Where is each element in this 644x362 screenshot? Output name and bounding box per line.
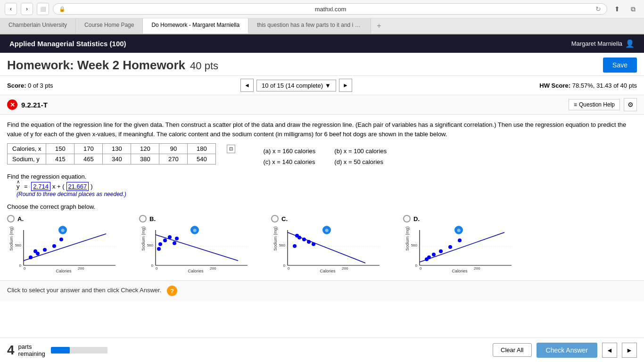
app-header: Applied Managerial Statistics (100) Marg… <box>0 34 644 53</box>
svg-point-34 <box>157 247 161 251</box>
side-label-c: (c) x = 140 calories <box>263 158 315 165</box>
gear-icon: ⚙ <box>627 101 634 108</box>
choose-text: Choose the correct graph below. <box>7 203 637 210</box>
graph-c-box: ⊕ Sodium (mg) Calories 0 560 0 200 <box>271 225 394 275</box>
incorrect-icon: ✕ <box>7 99 17 110</box>
prev-question-button[interactable]: ◄ <box>240 79 254 92</box>
score-label: Score: <box>7 82 26 89</box>
browser-chrome: ‹ › ⬜ 🔒 mathxl.com ↻ ⬆ ⧉ Chamberlain Uni… <box>0 0 644 34</box>
question-text: Find the equation of the regression line… <box>7 120 637 139</box>
svg-text:200: 200 <box>474 266 480 271</box>
graph-d-box: ⊕ Sodium (mg) Calories 0 560 0 200 <box>403 225 526 275</box>
save-button[interactable]: Save <box>603 58 637 73</box>
graph-c-svg: ⊕ Sodium (mg) Calories 0 560 0 200 <box>271 225 394 275</box>
table-cell: 340 <box>103 154 131 165</box>
svg-point-17 <box>59 238 63 241</box>
tab-chamberlain[interactable]: Chamberlain University <box>0 18 76 33</box>
round-note: (Round to three decimal places as needed… <box>17 191 637 197</box>
table-cell: 270 <box>159 154 188 165</box>
svg-point-31 <box>168 235 172 239</box>
question-tools: ≡ Question Help ⚙ <box>569 98 637 111</box>
graphs-row: A. ⊕ Sodium (mg) Calories <box>7 215 637 275</box>
svg-text:⊕: ⊕ <box>61 228 65 233</box>
radio-a[interactable] <box>7 215 15 222</box>
graph-radio-a[interactable]: A. <box>7 215 24 222</box>
back-button[interactable]: ‹ <box>5 3 17 15</box>
homework-header: Homework: Week 2 Homework 40 pts Save <box>0 53 644 76</box>
graph-b-svg: ⊕ Sodium (mg) Calories 0 560 0 200 <box>139 225 262 275</box>
graph-radio-b[interactable]: B. <box>139 215 156 222</box>
graph-b-box: ⊕ Sodium (mg) Calories 0 560 0 200 <box>139 225 262 275</box>
svg-text:0: 0 <box>19 263 22 268</box>
table-cell: 90 <box>159 144 188 154</box>
question-help-button[interactable]: ≡ Question Help <box>569 99 620 110</box>
svg-line-65 <box>420 232 504 262</box>
svg-point-13 <box>52 244 56 248</box>
svg-text:Sodium (mg): Sodium (mg) <box>405 226 410 251</box>
svg-text:Calories: Calories <box>188 269 204 273</box>
svg-text:0: 0 <box>283 263 286 268</box>
app-title: Applied Managerial Statistics (100) <box>9 40 126 48</box>
graph-a-box: ⊕ Sodium (mg) Calories 0 560 0 200 <box>7 225 130 275</box>
tab-do-homework[interactable]: Do Homework - Margaret Marniella <box>143 18 248 33</box>
new-tab-button[interactable]: + <box>371 18 387 33</box>
forward-button[interactable]: › <box>21 3 33 15</box>
svg-text:⊕: ⊕ <box>325 228 329 233</box>
tab-course-home[interactable]: Course Home Page <box>76 18 143 33</box>
user-icon: 👤 <box>625 39 635 48</box>
table-expand-button[interactable]: ⊡ <box>227 145 235 153</box>
question-header: ✕ 9.2.21-T ≡ Question Help ⚙ <box>0 95 644 115</box>
graph-label-b: B. <box>149 215 156 222</box>
address-text: mathxl.com <box>68 6 593 13</box>
svg-point-15 <box>33 249 37 253</box>
radio-b[interactable] <box>139 215 147 222</box>
reader-view-button[interactable]: ⬜ <box>37 3 49 15</box>
table-cell: 415 <box>46 154 74 165</box>
svg-text:560: 560 <box>147 243 154 247</box>
share-button[interactable]: ⬆ <box>611 3 623 15</box>
svg-text:⊕: ⊕ <box>193 228 197 233</box>
regression-label: Find the regression equation. <box>7 173 637 180</box>
svg-text:200: 200 <box>78 266 84 271</box>
graph-section: Choose the correct graph below. A. ⊕ <box>7 203 637 275</box>
next-question-button[interactable]: ► <box>339 79 352 92</box>
tab-question-parts[interactable]: this question has a few parts to it and … <box>248 18 371 33</box>
svg-text:Sodium (mg): Sodium (mg) <box>273 226 278 251</box>
graph-option-d: D. ⊕ Sodium (mg) Calories 0 560 0 200 <box>403 215 526 275</box>
svg-point-53 <box>312 242 315 246</box>
closing-paren: ) <box>91 183 92 190</box>
score-left: Score: 0 of 3 pts <box>7 82 53 89</box>
svg-text:0: 0 <box>156 266 158 271</box>
graph-option-a: A. ⊕ Sodium (mg) Calories <box>7 215 130 275</box>
graph-a-svg: ⊕ Sodium (mg) Calories 0 560 0 200 <box>7 225 130 275</box>
coeff1-input[interactable]: 2.714 <box>31 182 50 191</box>
graph-radio-d[interactable]: D. <box>403 215 420 222</box>
graph-radio-c[interactable]: C. <box>271 215 288 222</box>
svg-text:200: 200 <box>210 266 216 271</box>
svg-point-68 <box>432 253 436 256</box>
gear-button[interactable]: ⚙ <box>624 98 637 111</box>
hw-score-value: 78.57%, 31.43 of 40 pts <box>572 82 637 89</box>
svg-point-50 <box>307 240 311 244</box>
nav-page-text: 10 of 15 (14 complete) <box>262 82 323 89</box>
table-cell: 170 <box>74 144 103 154</box>
table-cell: 120 <box>131 144 159 154</box>
svg-point-51 <box>297 236 301 239</box>
svg-text:Calories: Calories <box>320 269 336 273</box>
svg-point-49 <box>302 238 306 241</box>
hw-score-label: HW Score: <box>539 82 570 89</box>
svg-point-70 <box>425 257 429 261</box>
app-user: Margaret Marniella 👤 <box>571 39 635 48</box>
reload-button[interactable]: ↻ <box>595 5 601 13</box>
nav-page-dropdown[interactable]: 10 of 15 (14 complete) ▼ <box>256 80 336 91</box>
graph-label-d: D. <box>413 215 420 222</box>
coeff2-input[interactable]: 21.667 <box>66 182 89 191</box>
svg-text:560: 560 <box>279 243 286 247</box>
svg-line-11 <box>24 234 106 261</box>
window-button[interactable]: ⧉ <box>627 3 639 15</box>
help-circle-icon[interactable]: ? <box>167 286 177 296</box>
radio-c[interactable] <box>271 215 279 222</box>
svg-text:0: 0 <box>415 263 418 268</box>
graph-label-c: C. <box>281 215 288 222</box>
radio-d[interactable] <box>403 215 411 222</box>
